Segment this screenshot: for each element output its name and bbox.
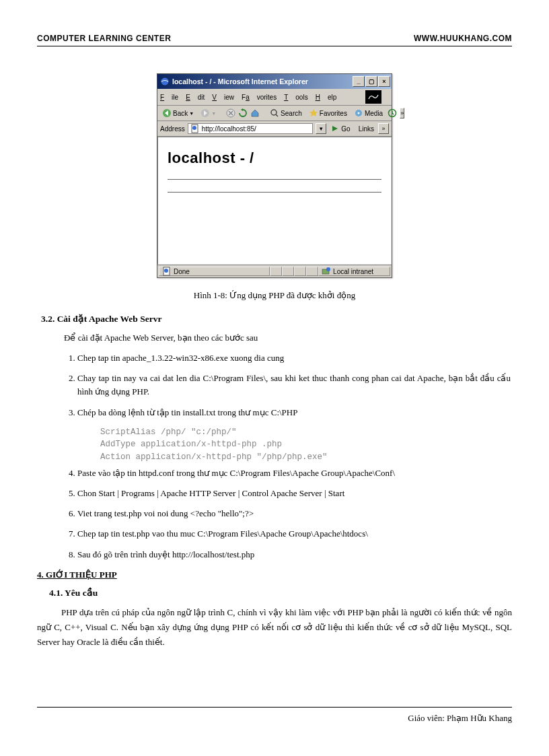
list-item: Chep tap tin test.php vao thu muc C:\Pro… [77,527,512,541]
list-item: Chay tap tin nay va cai dat len dia C:\P… [77,372,512,399]
title-bar[interactable]: localhost - / - Microsoft Internet Explo… [157,74,392,89]
media-button[interactable]: Media [352,108,385,118]
minimize-button[interactable]: _ [353,76,365,87]
favorites-button[interactable]: Favorites [307,108,349,118]
heading-4-1: 4.1. Yêu cầu [49,587,512,598]
svg-point-13 [164,269,168,273]
star-icon [309,108,318,118]
menu-bar: File Edit View Favorites Tools Help [157,89,392,106]
heading-3-2: 3.2. Cài đặt Apache Web Servr [41,313,512,324]
search-label: Search [281,110,302,117]
links-label[interactable]: Links [357,125,375,133]
status-pane [282,267,294,276]
menu-edit[interactable]: Edit [186,94,205,101]
status-bar: Done Local intranet [157,265,392,277]
forward-icon [200,108,210,118]
body-paragraph: PHP dựa trên cú pháp của ngôn ngữ lập tr… [37,605,512,650]
links-overflow-button[interactable]: » [378,123,389,134]
menu-tools[interactable]: Tools [284,94,307,101]
home-icon[interactable] [250,108,260,118]
steps-list-b: Paste vào tập tin httpd.conf trong thư m… [77,467,512,561]
svg-point-11 [192,126,196,130]
toolbar-overflow-button[interactable]: » [400,108,404,118]
page-icon [190,124,200,133]
go-icon [330,124,340,133]
back-label: Back [173,110,188,117]
status-done-text: Done [174,268,190,275]
go-button[interactable]: Go [329,123,351,134]
media-icon [354,108,363,118]
address-dropdown-button[interactable]: ▼ [316,123,326,134]
status-pane [294,267,306,276]
code-block: ScriptAlias /php/ "c:/php/" AddType appl… [100,426,512,464]
search-icon [270,108,279,118]
stop-icon[interactable] [226,108,235,118]
menu-file[interactable]: File [160,94,178,101]
refresh-icon[interactable] [238,108,248,118]
list-item: Chep tap tin apache_1.3.22-win32-x86.exe… [77,351,512,365]
address-value: http://localhost:85/ [202,125,311,133]
menu-help[interactable]: Help [316,94,337,101]
window-title: localhost - / - Microsoft Internet Explo… [172,77,353,85]
page-header: COMPUTER LEARNING CENTER WWW.HUUKHANG.CO… [37,34,512,46]
status-done-pane: Done [159,267,270,276]
ms-logo-icon [365,90,381,104]
hr [168,179,381,180]
back-button[interactable]: Back ▼ [160,108,196,118]
status-pane [306,267,318,276]
address-label: Address [160,125,185,133]
maximize-button[interactable]: ▢ [365,76,377,87]
list-item: Sau đó gõ trên trình duyệt http://localh… [77,548,512,561]
list-item: Viet trang test.php voi noi dung <?echo … [77,507,512,520]
svg-point-8 [357,112,359,114]
svg-point-5 [271,110,277,115]
svg-point-15 [326,267,330,271]
header-right: WWW.HUUKHANG.COM [414,34,512,43]
forward-button[interactable]: ▼ [198,108,218,118]
ie-window: localhost - / - Microsoft Internet Explo… [157,73,392,278]
close-button[interactable]: × [378,76,390,87]
list-item: Chép ba dòng lệnh từ tập tin install.txt… [77,406,512,419]
address-bar: Address http://localhost:85/ ▼ Go Links … [157,121,392,137]
back-icon [162,108,172,118]
history-icon[interactable] [388,108,397,118]
ie-icon [160,77,170,86]
intro-paragraph: Để cài đặt Apache Web Server, bạn theo c… [64,331,512,345]
steps-list-a: Chep tap tin apache_1.3.22-win32-x86.exe… [77,351,512,419]
list-item: Chon Start | Programs | Apache HTTP Serv… [77,487,512,500]
figure-caption: Hình 1-8: Ứng dụng PHP đã được khởi động [37,290,512,301]
page-h1: localhost - / [168,149,381,167]
menu-favorites[interactable]: Favorites [242,94,277,101]
page-footer: Giáo viên: Phạm Hữu Khang [37,707,512,724]
status-zone-pane: Local intranet [318,267,390,276]
search-button[interactable]: Search [268,108,304,118]
status-pane [270,267,282,276]
header-left: COMPUTER LEARNING CENTER [37,34,171,43]
go-label: Go [341,125,350,133]
svg-line-6 [276,114,278,116]
list-item: Paste vào tập tin httpd.conf trong thư m… [77,467,512,480]
address-input[interactable]: http://localhost:85/ [188,123,314,134]
toolbar: Back ▼ ▼ Search Favorites Media [157,106,392,121]
page-done-icon [162,267,172,276]
menu-view[interactable]: View [212,94,234,101]
hr [168,192,381,193]
heading-4: 4. GIỚI THIỆU PHP [37,570,512,580]
browser-content: localhost - / [157,137,392,265]
media-label: Media [365,110,383,117]
intranet-icon [322,267,331,276]
status-zone-text: Local intranet [333,268,373,275]
favorites-label: Favorites [320,110,347,117]
